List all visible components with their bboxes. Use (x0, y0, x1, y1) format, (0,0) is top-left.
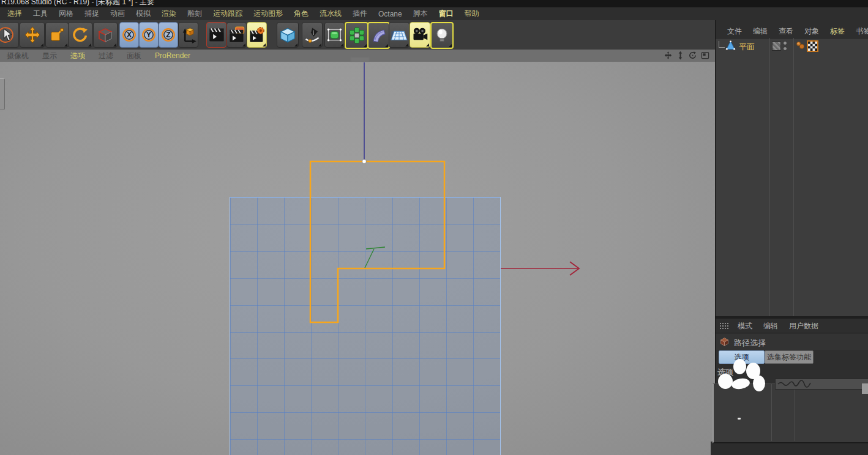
scale-tool-button[interactable] (45, 22, 69, 48)
right-panel: 文件 编辑 查看 对象 标签 书签 平面 模式 编辑 用户数据 (715, 20, 868, 455)
axis-lock-z-button[interactable]: Z (159, 22, 178, 48)
camera-icon (411, 26, 428, 43)
am-menu-user-data[interactable]: 用户数据 (784, 321, 824, 331)
window-title: R19.068 Studio (RC - R19) - [未标题 1 *] - … (1, 0, 154, 7)
render-view-button[interactable] (206, 22, 226, 48)
last-used-tool-button[interactable] (93, 22, 118, 48)
am-menu-mode[interactable]: 模式 (732, 321, 758, 331)
toggle-panel-icon[interactable] (700, 51, 710, 60)
render-picture-viewer-button[interactable] (226, 22, 247, 48)
viewport-menu-display[interactable]: 显示 (36, 51, 64, 61)
rotate-view-icon[interactable] (688, 51, 697, 60)
object-manager-list[interactable] (716, 38, 868, 317)
am-menu-edit[interactable]: 编辑 (758, 321, 784, 331)
menu-item-animate[interactable]: 动画 (105, 9, 130, 19)
layer-color-toggle[interactable] (772, 42, 781, 51)
title-bar: R19.068 Studio (RC - R19) - [未标题 1 *] - … (0, 0, 868, 7)
move-tool-button[interactable] (20, 22, 45, 48)
popup-divider-2 (795, 384, 795, 441)
object-name-plane[interactable]: 平面 (739, 42, 755, 53)
spline-pen-icon (304, 26, 321, 43)
om-menu-view[interactable]: 查看 (773, 26, 799, 37)
polygon-selection-tag-icon[interactable] (807, 40, 818, 52)
path-selection-cube-icon (719, 336, 730, 347)
camera-button[interactable] (410, 22, 430, 48)
subdivision-surface-button[interactable] (324, 22, 345, 48)
menu-item-snap[interactable]: 捕捉 (79, 9, 105, 19)
render-clapperboard-icon (208, 26, 225, 43)
menu-item-motion-tracker[interactable]: 运动跟踪 (208, 9, 248, 19)
menu-item-plugins[interactable]: 插件 (347, 9, 373, 19)
editor-visibility-dot[interactable] (783, 41, 787, 45)
popup-panel[interactable] (713, 383, 868, 443)
object-manager-menu-bar: 文件 编辑 查看 对象 标签 书签 (716, 24, 868, 38)
menu-item-octane[interactable]: Octane (373, 10, 408, 18)
om-menu-file[interactable]: 文件 (722, 26, 747, 37)
axis-x-label: X (127, 31, 132, 39)
viewport-menu-cameras[interactable]: 摄像机 (0, 51, 36, 61)
coordinate-system-button[interactable] (178, 22, 198, 48)
menu-item-window[interactable]: 窗口 (433, 9, 459, 19)
tab-selection-tag-functions[interactable]: 选集标签功能 (765, 350, 814, 364)
spline-pen-button[interactable] (302, 22, 323, 48)
viewport-menu-filter[interactable]: 过滤 (92, 51, 120, 61)
pan-view-icon[interactable] (664, 51, 673, 60)
rotate-icon (71, 26, 89, 44)
menu-item-simulate[interactable]: 模拟 (130, 9, 156, 19)
viewport[interactable] (0, 62, 715, 455)
om-column-divider-1 (769, 38, 770, 316)
add-primitive-cube-button[interactable] (277, 22, 299, 48)
om-menu-tags[interactable]: 标签 (825, 26, 850, 37)
am-divider (716, 333, 868, 333)
wireframe-cube-icon (96, 26, 114, 44)
viewport-menu-options[interactable]: 选项 (64, 51, 92, 61)
axis-y-label: Y (146, 31, 151, 39)
viewport-menu-panel[interactable]: 面板 (120, 51, 148, 61)
left-palette-handle[interactable] (0, 78, 5, 110)
mograph-cloner-button[interactable] (345, 22, 369, 49)
render-settings-button[interactable] (247, 22, 267, 48)
menu-item-character[interactable]: 角色 (288, 9, 314, 19)
menu-item-pipeline[interactable]: 流水线 (314, 9, 347, 19)
popup-side-tab[interactable] (862, 383, 868, 394)
zoom-view-icon[interactable] (676, 51, 685, 60)
om-menu-edit[interactable]: 编辑 (747, 26, 773, 37)
axis-lock-x-button[interactable]: X (119, 22, 139, 48)
menu-item-mesh[interactable]: 网格 (53, 9, 79, 19)
om-column-divider-2 (793, 38, 794, 316)
subdivision-surface-icon (326, 26, 343, 43)
paw-cursor-blob (753, 375, 765, 391)
phong-tag-icon[interactable] (796, 40, 805, 50)
plane-object-grid[interactable] (230, 197, 501, 455)
spline-point[interactable] (362, 160, 367, 164)
polygon-plane-icon[interactable] (725, 39, 736, 51)
rotate-tool-button[interactable] (68, 22, 92, 48)
panel-splitter[interactable] (716, 316, 868, 319)
menu-item-tools[interactable]: 工具 (28, 9, 53, 19)
select-arrow-tool-button[interactable] (0, 22, 19, 48)
popup-bullet (738, 418, 741, 420)
environment-floor-button[interactable] (389, 22, 410, 48)
viewport-menu-prorender[interactable]: ProRender (148, 51, 197, 60)
main-menu-bar: 建 选择 工具 网格 捕捉 动画 模拟 渲染 雕刻 运动跟踪 运动图形 角色 流… (0, 7, 868, 21)
om-menu-bookmarks[interactable]: 书签 (850, 26, 868, 37)
render-visibility-dot[interactable] (783, 46, 787, 51)
menu-item-script[interactable]: 脚本 (408, 9, 433, 19)
axis-lock-y-button[interactable]: Y (139, 22, 159, 48)
menu-item-mograph[interactable]: 运动图形 (248, 9, 288, 19)
cube-primitive-icon (279, 26, 297, 44)
light-button[interactable] (430, 22, 454, 49)
deformer-button[interactable] (367, 22, 390, 49)
paw-cursor-blob (733, 359, 746, 374)
menu-item-help[interactable]: 帮助 (459, 9, 485, 19)
hierarchy-branch (719, 41, 725, 48)
menu-item-sculpt[interactable]: 雕刻 (182, 9, 208, 19)
c4d-application: { "title_bar": { "title": "R19.068 Studi… (0, 0, 868, 455)
axis-z-label: Z (166, 31, 170, 39)
menu-item-select[interactable]: 选择 (2, 9, 28, 19)
popup-dropdown-header[interactable] (775, 379, 868, 390)
panel-grip-icon-2[interactable] (719, 322, 730, 330)
om-menu-objects[interactable]: 对象 (799, 26, 825, 37)
coordinate-system-icon (180, 26, 197, 43)
menu-item-render[interactable]: 渲染 (156, 9, 182, 19)
